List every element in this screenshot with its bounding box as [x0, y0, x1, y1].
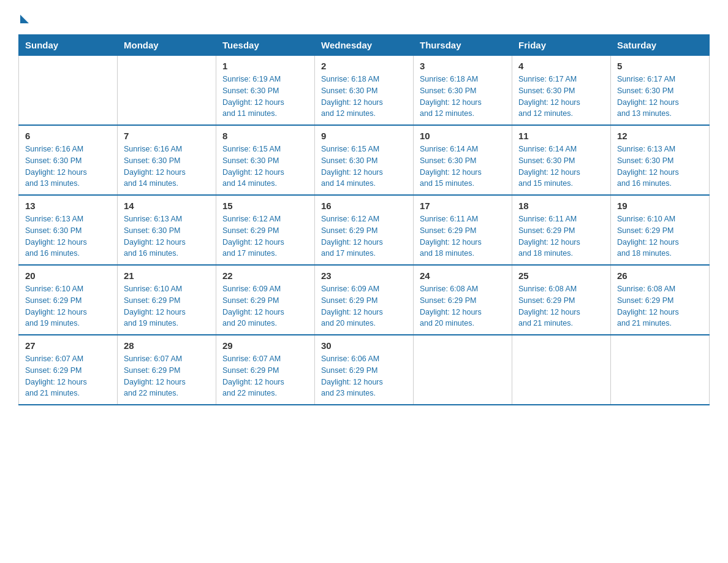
- day-cell: 20Sunrise: 6:10 AMSunset: 6:29 PMDayligh…: [19, 265, 118, 335]
- day-number: 11: [518, 131, 604, 141]
- header-wednesday: Wednesday: [315, 35, 414, 56]
- day-cell: 2Sunrise: 6:18 AMSunset: 6:30 PMDaylight…: [315, 56, 414, 126]
- week-row-1: 1Sunrise: 6:19 AMSunset: 6:30 PMDaylight…: [19, 56, 710, 126]
- header-tuesday: Tuesday: [216, 35, 315, 56]
- week-row-5: 27Sunrise: 6:07 AMSunset: 6:29 PMDayligh…: [19, 335, 710, 405]
- day-cell: 16Sunrise: 6:12 AMSunset: 6:29 PMDayligh…: [315, 195, 414, 265]
- day-number: 9: [321, 131, 407, 141]
- day-cell: 29Sunrise: 6:07 AMSunset: 6:29 PMDayligh…: [216, 335, 315, 405]
- day-number: 17: [420, 201, 506, 211]
- day-cell: 3Sunrise: 6:18 AMSunset: 6:30 PMDaylight…: [414, 56, 512, 126]
- day-cell: 18Sunrise: 6:11 AMSunset: 6:29 PMDayligh…: [512, 195, 611, 265]
- day-cell: 4Sunrise: 6:17 AMSunset: 6:30 PMDaylight…: [512, 56, 611, 126]
- day-number: 20: [25, 270, 111, 281]
- logo-arrow-icon: [20, 15, 29, 23]
- day-number: 30: [321, 340, 407, 351]
- day-number: 18: [518, 201, 604, 211]
- header-friday: Friday: [512, 35, 611, 56]
- day-number: 21: [124, 270, 210, 281]
- day-cell: [414, 335, 512, 405]
- day-info: Sunrise: 6:19 AMSunset: 6:30 PMDaylight:…: [222, 74, 308, 120]
- day-cell: 11Sunrise: 6:14 AMSunset: 6:30 PMDayligh…: [512, 125, 611, 195]
- day-number: 19: [617, 201, 703, 211]
- day-info: Sunrise: 6:13 AMSunset: 6:30 PMDaylight:…: [124, 213, 210, 259]
- day-number: 1: [222, 61, 308, 71]
- day-info: Sunrise: 6:18 AMSunset: 6:30 PMDaylight:…: [420, 74, 506, 120]
- day-info: Sunrise: 6:11 AMSunset: 6:29 PMDaylight:…: [420, 213, 506, 259]
- day-number: 13: [25, 201, 111, 211]
- day-cell: 22Sunrise: 6:09 AMSunset: 6:29 PMDayligh…: [216, 265, 315, 335]
- day-info: Sunrise: 6:16 AMSunset: 6:30 PMDaylight:…: [25, 144, 111, 190]
- day-info: Sunrise: 6:10 AMSunset: 6:29 PMDaylight:…: [124, 283, 210, 329]
- day-number: 29: [222, 340, 308, 351]
- day-number: 3: [420, 61, 506, 71]
- day-info: Sunrise: 6:07 AMSunset: 6:29 PMDaylight:…: [222, 353, 308, 399]
- day-cell: 24Sunrise: 6:08 AMSunset: 6:29 PMDayligh…: [414, 265, 512, 335]
- header-saturday: Saturday: [611, 35, 710, 56]
- day-cell: 10Sunrise: 6:14 AMSunset: 6:30 PMDayligh…: [414, 125, 512, 195]
- header-monday: Monday: [118, 35, 216, 56]
- week-row-4: 20Sunrise: 6:10 AMSunset: 6:29 PMDayligh…: [19, 265, 710, 335]
- page-header: [18, 12, 710, 22]
- day-info: Sunrise: 6:07 AMSunset: 6:29 PMDaylight:…: [124, 353, 210, 399]
- day-number: 23: [321, 270, 407, 281]
- day-info: Sunrise: 6:12 AMSunset: 6:29 PMDaylight:…: [321, 213, 407, 259]
- day-info: Sunrise: 6:13 AMSunset: 6:30 PMDaylight:…: [617, 144, 703, 190]
- day-info: Sunrise: 6:10 AMSunset: 6:29 PMDaylight:…: [25, 283, 111, 329]
- day-info: Sunrise: 6:14 AMSunset: 6:30 PMDaylight:…: [518, 144, 604, 190]
- day-info: Sunrise: 6:09 AMSunset: 6:29 PMDaylight:…: [222, 283, 308, 329]
- day-number: 10: [420, 131, 506, 141]
- header-sunday: Sunday: [19, 35, 118, 56]
- day-cell: 19Sunrise: 6:10 AMSunset: 6:29 PMDayligh…: [611, 195, 710, 265]
- calendar-header-row: SundayMondayTuesdayWednesdayThursdayFrid…: [19, 35, 710, 56]
- day-cell: 9Sunrise: 6:15 AMSunset: 6:30 PMDaylight…: [315, 125, 414, 195]
- day-info: Sunrise: 6:12 AMSunset: 6:29 PMDaylight:…: [222, 213, 308, 259]
- day-cell: 28Sunrise: 6:07 AMSunset: 6:29 PMDayligh…: [118, 335, 216, 405]
- day-cell: [512, 335, 611, 405]
- day-number: 14: [124, 201, 210, 211]
- day-info: Sunrise: 6:13 AMSunset: 6:30 PMDaylight:…: [25, 213, 111, 259]
- day-number: 4: [518, 61, 604, 71]
- day-number: 12: [617, 131, 703, 141]
- day-cell: 21Sunrise: 6:10 AMSunset: 6:29 PMDayligh…: [118, 265, 216, 335]
- day-cell: 6Sunrise: 6:16 AMSunset: 6:30 PMDaylight…: [19, 125, 118, 195]
- day-info: Sunrise: 6:08 AMSunset: 6:29 PMDaylight:…: [420, 283, 506, 329]
- week-row-3: 13Sunrise: 6:13 AMSunset: 6:30 PMDayligh…: [19, 195, 710, 265]
- day-number: 26: [617, 270, 703, 281]
- day-info: Sunrise: 6:08 AMSunset: 6:29 PMDaylight:…: [617, 283, 703, 329]
- day-info: Sunrise: 6:17 AMSunset: 6:30 PMDaylight:…: [617, 74, 703, 120]
- day-cell: 1Sunrise: 6:19 AMSunset: 6:30 PMDaylight…: [216, 56, 315, 126]
- day-info: Sunrise: 6:15 AMSunset: 6:30 PMDaylight:…: [321, 144, 407, 190]
- day-number: 24: [420, 270, 506, 281]
- day-number: 27: [25, 340, 111, 351]
- day-info: Sunrise: 6:16 AMSunset: 6:30 PMDaylight:…: [124, 144, 210, 190]
- header-thursday: Thursday: [414, 35, 512, 56]
- day-info: Sunrise: 6:08 AMSunset: 6:29 PMDaylight:…: [518, 283, 604, 329]
- day-info: Sunrise: 6:14 AMSunset: 6:30 PMDaylight:…: [420, 144, 506, 190]
- day-cell: 13Sunrise: 6:13 AMSunset: 6:30 PMDayligh…: [19, 195, 118, 265]
- day-number: 25: [518, 270, 604, 281]
- day-info: Sunrise: 6:18 AMSunset: 6:30 PMDaylight:…: [321, 74, 407, 120]
- day-info: Sunrise: 6:17 AMSunset: 6:30 PMDaylight:…: [518, 74, 604, 120]
- day-cell: 14Sunrise: 6:13 AMSunset: 6:30 PMDayligh…: [118, 195, 216, 265]
- day-cell: 26Sunrise: 6:08 AMSunset: 6:29 PMDayligh…: [611, 265, 710, 335]
- day-info: Sunrise: 6:15 AMSunset: 6:30 PMDaylight:…: [222, 144, 308, 190]
- day-cell: 23Sunrise: 6:09 AMSunset: 6:29 PMDayligh…: [315, 265, 414, 335]
- day-info: Sunrise: 6:09 AMSunset: 6:29 PMDaylight:…: [321, 283, 407, 329]
- day-cell: 8Sunrise: 6:15 AMSunset: 6:30 PMDaylight…: [216, 125, 315, 195]
- day-cell: 17Sunrise: 6:11 AMSunset: 6:29 PMDayligh…: [414, 195, 512, 265]
- day-info: Sunrise: 6:07 AMSunset: 6:29 PMDaylight:…: [25, 353, 111, 399]
- day-number: 8: [222, 131, 308, 141]
- logo: [18, 12, 29, 22]
- day-number: 5: [617, 61, 703, 71]
- day-cell: 25Sunrise: 6:08 AMSunset: 6:29 PMDayligh…: [512, 265, 611, 335]
- calendar-table: SundayMondayTuesdayWednesdayThursdayFrid…: [18, 34, 710, 405]
- day-info: Sunrise: 6:10 AMSunset: 6:29 PMDaylight:…: [617, 213, 703, 259]
- day-cell: 27Sunrise: 6:07 AMSunset: 6:29 PMDayligh…: [19, 335, 118, 405]
- day-cell: [19, 56, 118, 126]
- day-number: 22: [222, 270, 308, 281]
- day-info: Sunrise: 6:11 AMSunset: 6:29 PMDaylight:…: [518, 213, 604, 259]
- day-cell: 5Sunrise: 6:17 AMSunset: 6:30 PMDaylight…: [611, 56, 710, 126]
- day-cell: 30Sunrise: 6:06 AMSunset: 6:29 PMDayligh…: [315, 335, 414, 405]
- day-cell: 15Sunrise: 6:12 AMSunset: 6:29 PMDayligh…: [216, 195, 315, 265]
